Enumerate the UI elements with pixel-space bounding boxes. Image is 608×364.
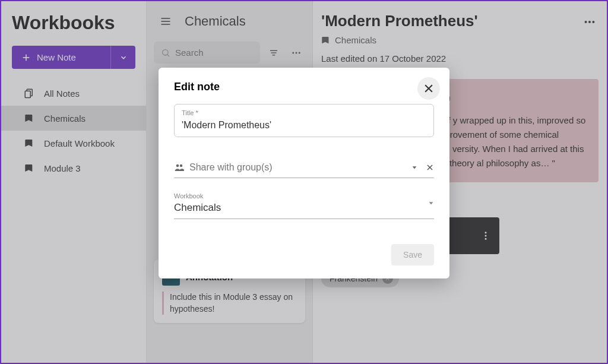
- workbook-field-value: Chemicals: [174, 202, 423, 214]
- title-input[interactable]: [182, 120, 426, 131]
- share-placeholder: Share with group(s): [189, 162, 273, 172]
- svg-point-24: [180, 164, 183, 167]
- title-field-label: Title *: [182, 109, 426, 116]
- title-field[interactable]: Title *: [174, 104, 434, 137]
- modal-overlay[interactable]: Edit note Title * Share with group(s): [1, 1, 607, 363]
- modal-title: Edit note: [174, 81, 434, 93]
- workbook-field[interactable]: Workbook Chemicals: [174, 189, 434, 219]
- group-icon: [174, 163, 185, 172]
- dropdown-icon[interactable]: [428, 200, 434, 206]
- share-field[interactable]: Share with group(s): [174, 159, 434, 178]
- workbook-field-label: Workbook: [174, 192, 423, 200]
- modal-close-button[interactable]: [417, 77, 440, 100]
- edit-note-modal: Edit note Title * Share with group(s): [159, 68, 449, 278]
- clear-icon[interactable]: [426, 163, 434, 172]
- dropdown-icon[interactable]: [411, 164, 417, 170]
- svg-point-23: [176, 164, 179, 167]
- save-button[interactable]: Save: [391, 244, 434, 265]
- svg-marker-25: [413, 166, 417, 169]
- svg-marker-28: [429, 202, 433, 204]
- close-icon: [423, 83, 435, 94]
